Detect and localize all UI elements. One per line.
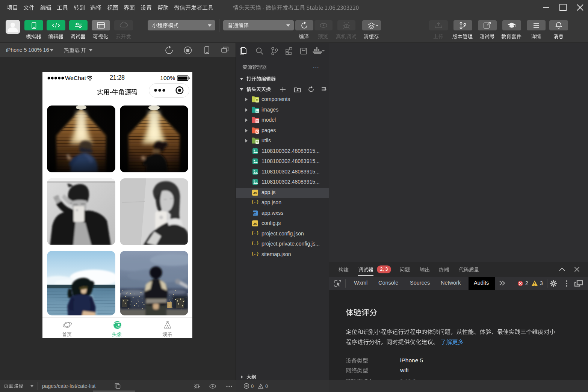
svg-text:{..}: {..} [252,251,259,256]
svg-text:{..}: {..} [252,231,259,235]
svg-text:WeChat: WeChat [65,75,86,81]
svg-text:{..}: {..} [252,199,259,204]
svg-text:JS: JS [253,222,257,226]
svg-text:0: 0 [265,383,268,389]
svg-text:0: 0 [251,383,254,389]
svg-text:{..}: {..} [252,241,259,245]
svg-text:JS: JS [253,191,257,195]
